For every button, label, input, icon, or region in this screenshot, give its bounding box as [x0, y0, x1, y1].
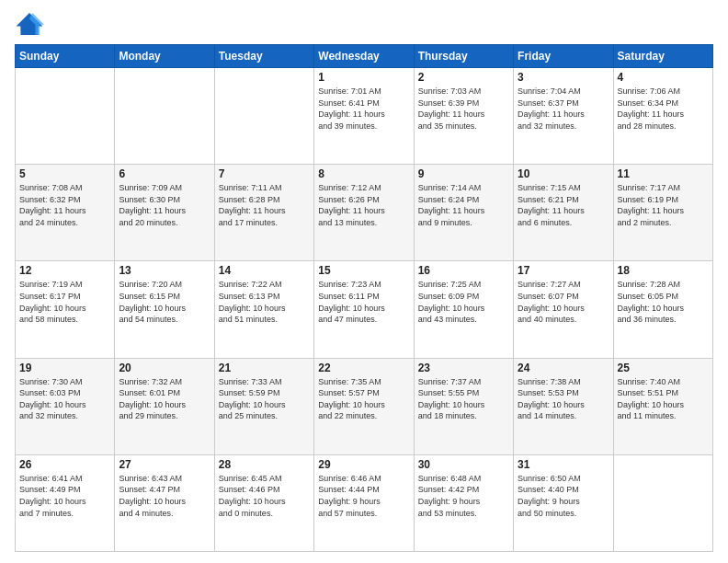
day-number: 8: [318, 167, 409, 180]
day-info: Sunrise: 7:12 AM Sunset: 6:26 PM Dayligh…: [318, 182, 409, 228]
day-cell: 19Sunrise: 7:30 AM Sunset: 6:03 PM Dayli…: [16, 358, 115, 454]
day-number: 16: [418, 264, 509, 277]
day-cell: 27Sunrise: 6:43 AM Sunset: 4:47 PM Dayli…: [115, 454, 214, 551]
day-info: Sunrise: 7:08 AM Sunset: 6:32 PM Dayligh…: [19, 182, 110, 228]
day-info: Sunrise: 6:46 AM Sunset: 4:44 PM Dayligh…: [318, 473, 409, 519]
day-number: 13: [119, 264, 210, 277]
day-cell: 26Sunrise: 6:41 AM Sunset: 4:49 PM Dayli…: [16, 454, 115, 551]
day-number: 14: [219, 264, 310, 277]
day-number: 21: [219, 362, 310, 374]
day-cell: 12Sunrise: 7:19 AM Sunset: 6:17 PM Dayli…: [16, 261, 115, 358]
day-number: 2: [418, 71, 509, 84]
day-number: 3: [518, 71, 609, 84]
day-cell: 8Sunrise: 7:12 AM Sunset: 6:26 PM Daylig…: [314, 165, 414, 261]
day-cell: 17Sunrise: 7:27 AM Sunset: 6:07 PM Dayli…: [514, 261, 613, 358]
day-number: 18: [618, 264, 709, 277]
day-info: Sunrise: 7:06 AM Sunset: 6:34 PM Dayligh…: [618, 86, 709, 132]
day-number: 20: [119, 362, 210, 374]
day-info: Sunrise: 7:40 AM Sunset: 5:51 PM Dayligh…: [618, 376, 709, 422]
day-number: 17: [518, 264, 609, 277]
logo-icon: [15, 11, 44, 37]
day-number: 23: [418, 362, 509, 374]
day-info: Sunrise: 6:45 AM Sunset: 4:46 PM Dayligh…: [219, 473, 310, 519]
day-info: Sunrise: 7:33 AM Sunset: 5:59 PM Dayligh…: [219, 376, 310, 422]
day-info: Sunrise: 7:19 AM Sunset: 6:17 PM Dayligh…: [19, 279, 110, 325]
day-cell: 25Sunrise: 7:40 AM Sunset: 5:51 PM Dayli…: [613, 358, 712, 454]
day-cell: 13Sunrise: 7:20 AM Sunset: 6:15 PM Dayli…: [115, 261, 214, 358]
day-cell: [115, 68, 214, 165]
page: SundayMondayTuesdayWednesdayThursdayFrid…: [0, 0, 728, 563]
day-info: Sunrise: 7:27 AM Sunset: 6:07 PM Dayligh…: [518, 279, 609, 325]
day-cell: 1Sunrise: 7:01 AM Sunset: 6:41 PM Daylig…: [314, 68, 414, 165]
day-cell: 21Sunrise: 7:33 AM Sunset: 5:59 PM Dayli…: [214, 358, 313, 454]
day-number: 19: [19, 362, 110, 374]
day-number: 1: [318, 71, 409, 84]
logo: [15, 11, 48, 37]
day-info: Sunrise: 7:15 AM Sunset: 6:21 PM Dayligh…: [518, 182, 609, 228]
day-cell: 18Sunrise: 7:28 AM Sunset: 6:05 PM Dayli…: [613, 261, 712, 358]
weekday-header-monday: Monday: [115, 45, 214, 68]
day-info: Sunrise: 7:35 AM Sunset: 5:57 PM Dayligh…: [318, 376, 409, 422]
weekday-header-tuesday: Tuesday: [214, 45, 313, 68]
week-row-2: 5Sunrise: 7:08 AM Sunset: 6:32 PM Daylig…: [16, 165, 713, 261]
day-info: Sunrise: 7:11 AM Sunset: 6:28 PM Dayligh…: [219, 182, 310, 228]
day-number: 27: [119, 458, 210, 471]
day-number: 24: [518, 362, 609, 374]
day-info: Sunrise: 7:14 AM Sunset: 6:24 PM Dayligh…: [418, 182, 509, 228]
day-cell: 9Sunrise: 7:14 AM Sunset: 6:24 PM Daylig…: [414, 165, 513, 261]
week-row-4: 19Sunrise: 7:30 AM Sunset: 6:03 PM Dayli…: [16, 358, 713, 454]
day-info: Sunrise: 7:20 AM Sunset: 6:15 PM Dayligh…: [119, 279, 210, 325]
day-info: Sunrise: 7:01 AM Sunset: 6:41 PM Dayligh…: [318, 86, 409, 132]
day-cell: 22Sunrise: 7:35 AM Sunset: 5:57 PM Dayli…: [314, 358, 414, 454]
day-number: 30: [418, 458, 509, 471]
day-cell: [214, 68, 313, 165]
day-cell: 31Sunrise: 6:50 AM Sunset: 4:40 PM Dayli…: [514, 454, 613, 551]
day-cell: 7Sunrise: 7:11 AM Sunset: 6:28 PM Daylig…: [214, 165, 313, 261]
day-cell: 20Sunrise: 7:32 AM Sunset: 6:01 PM Dayli…: [115, 358, 214, 454]
day-cell: 5Sunrise: 7:08 AM Sunset: 6:32 PM Daylig…: [16, 165, 115, 261]
day-number: 11: [618, 167, 709, 180]
day-info: Sunrise: 7:23 AM Sunset: 6:11 PM Dayligh…: [318, 279, 409, 325]
day-number: 10: [518, 167, 609, 180]
day-info: Sunrise: 7:04 AM Sunset: 6:37 PM Dayligh…: [518, 86, 609, 132]
day-cell: 15Sunrise: 7:23 AM Sunset: 6:11 PM Dayli…: [314, 261, 414, 358]
day-number: 31: [518, 458, 609, 471]
weekday-header-thursday: Thursday: [414, 45, 513, 68]
weekday-header-row: SundayMondayTuesdayWednesdayThursdayFrid…: [16, 45, 713, 68]
day-cell: [16, 68, 115, 165]
day-info: Sunrise: 7:28 AM Sunset: 6:05 PM Dayligh…: [618, 279, 709, 325]
day-info: Sunrise: 7:03 AM Sunset: 6:39 PM Dayligh…: [418, 86, 509, 132]
day-cell: 16Sunrise: 7:25 AM Sunset: 6:09 PM Dayli…: [414, 261, 513, 358]
day-info: Sunrise: 6:41 AM Sunset: 4:49 PM Dayligh…: [19, 473, 110, 519]
day-info: Sunrise: 7:17 AM Sunset: 6:19 PM Dayligh…: [618, 182, 709, 228]
day-cell: 24Sunrise: 7:38 AM Sunset: 5:53 PM Dayli…: [514, 358, 613, 454]
day-number: 7: [219, 167, 310, 180]
day-number: 5: [19, 167, 110, 180]
day-info: Sunrise: 7:22 AM Sunset: 6:13 PM Dayligh…: [219, 279, 310, 325]
day-number: 9: [418, 167, 509, 180]
day-info: Sunrise: 7:09 AM Sunset: 6:30 PM Dayligh…: [119, 182, 210, 228]
day-info: Sunrise: 6:50 AM Sunset: 4:40 PM Dayligh…: [518, 473, 609, 519]
day-cell: 6Sunrise: 7:09 AM Sunset: 6:30 PM Daylig…: [115, 165, 214, 261]
day-number: 26: [19, 458, 110, 471]
weekday-header-wednesday: Wednesday: [314, 45, 414, 68]
day-cell: 28Sunrise: 6:45 AM Sunset: 4:46 PM Dayli…: [214, 454, 313, 551]
day-info: Sunrise: 6:48 AM Sunset: 4:42 PM Dayligh…: [418, 473, 509, 519]
day-cell: 11Sunrise: 7:17 AM Sunset: 6:19 PM Dayli…: [613, 165, 712, 261]
day-number: 22: [318, 362, 409, 374]
header: [15, 11, 713, 37]
day-number: 29: [318, 458, 409, 471]
day-cell: 10Sunrise: 7:15 AM Sunset: 6:21 PM Dayli…: [514, 165, 613, 261]
day-info: Sunrise: 7:32 AM Sunset: 6:01 PM Dayligh…: [119, 376, 210, 422]
day-cell: [613, 454, 712, 551]
weekday-header-sunday: Sunday: [16, 45, 115, 68]
day-cell: 23Sunrise: 7:37 AM Sunset: 5:55 PM Dayli…: [414, 358, 513, 454]
day-number: 25: [618, 362, 709, 374]
day-info: Sunrise: 7:37 AM Sunset: 5:55 PM Dayligh…: [418, 376, 509, 422]
day-number: 28: [219, 458, 310, 471]
day-cell: 2Sunrise: 7:03 AM Sunset: 6:39 PM Daylig…: [414, 68, 513, 165]
week-row-1: 1Sunrise: 7:01 AM Sunset: 6:41 PM Daylig…: [16, 68, 713, 165]
day-number: 4: [618, 71, 709, 84]
week-row-3: 12Sunrise: 7:19 AM Sunset: 6:17 PM Dayli…: [16, 261, 713, 358]
day-number: 12: [19, 264, 110, 277]
